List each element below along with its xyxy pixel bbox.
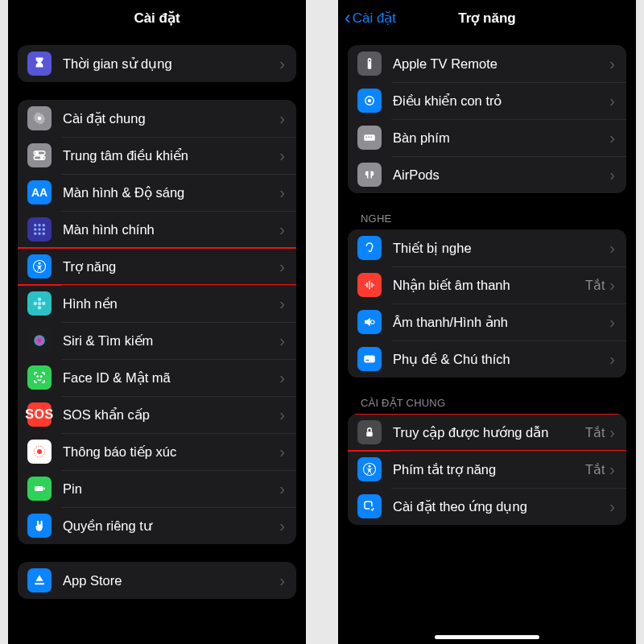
faceid-icon: [27, 365, 52, 390]
row-guided-access[interactable]: Truy cập được hướng dẫn Tắt ›: [348, 414, 626, 451]
row-sos[interactable]: SOS SOS khẩn cấp ›: [18, 396, 296, 433]
row-label: AirPods: [393, 167, 609, 183]
row-general[interactable]: Cài đặt chung ›: [18, 100, 296, 137]
section-appstore: App Store ›: [18, 562, 296, 599]
page-title: Trợ năng: [458, 10, 515, 27]
page-title: Cài đặt: [134, 10, 180, 27]
svg-point-18: [38, 306, 42, 310]
row-battery[interactable]: Pin ›: [18, 470, 296, 507]
chevron-right-icon: ›: [609, 93, 615, 109]
svg-rect-38: [364, 356, 375, 363]
row-display[interactable]: AA Màn hình & Độ sáng ›: [18, 174, 296, 211]
airpods-icon: [357, 163, 382, 187]
svg-rect-35: [369, 137, 370, 138]
svg-rect-34: [366, 137, 368, 138]
subtitle-icon: [357, 347, 382, 371]
row-keyboard[interactable]: Bàn phím ›: [348, 119, 626, 156]
chevron-right-icon: ›: [279, 147, 285, 163]
svg-point-23: [41, 376, 43, 378]
row-label: Apple TV Remote: [393, 56, 609, 72]
siri-icon: [27, 328, 52, 353]
chevron-right-icon: ›: [609, 56, 615, 72]
phone-settings: Cài đặt Thời gian sử dụng › Cài đặt chun…: [8, 0, 306, 644]
row-label: Hình nền: [63, 296, 279, 312]
section-general: Cài đặt chung › Trung tâm điều khiển › A…: [18, 100, 296, 544]
row-value: Tắt: [585, 462, 605, 477]
grid-icon: [27, 217, 52, 242]
row-pointer[interactable]: Điều khiển con trỏ ›: [348, 82, 626, 119]
svg-rect-7: [43, 224, 45, 226]
row-wallpaper[interactable]: Hình nền ›: [18, 285, 296, 322]
row-control-center[interactable]: Trung tâm điều khiển ›: [18, 137, 296, 174]
row-label: Màn hình & Độ sáng: [63, 185, 279, 200]
row-siri[interactable]: Siri & Tìm kiếm ›: [18, 322, 296, 359]
row-label: Truy cập được hướng dẫn: [393, 425, 585, 440]
row-appstore[interactable]: App Store ›: [18, 562, 296, 599]
svg-rect-10: [43, 229, 45, 231]
chevron-right-icon: ›: [609, 167, 615, 183]
row-label: SOS khẩn cấp: [63, 407, 279, 423]
row-exposure[interactable]: Thông báo tiếp xúc ›: [18, 433, 296, 470]
lock-icon: [357, 420, 382, 444]
row-accessibility[interactable]: Trợ năng ›: [18, 248, 296, 285]
row-subtitles[interactable]: Phụ đề & Chú thích ›: [348, 341, 626, 378]
settings-list[interactable]: Thời gian sử dụng › Cài đặt chung › Trun…: [8, 35, 306, 644]
row-label: Siri & Tìm kiếm: [63, 333, 279, 349]
row-label: Màn hình chính: [63, 222, 279, 237]
row-label: Âm thanh/Hình ảnh: [393, 315, 609, 330]
svg-rect-41: [366, 431, 373, 436]
row-label: Face ID & Mật mã: [63, 370, 279, 386]
home-indicator[interactable]: [435, 635, 539, 639]
row-audio-visual[interactable]: Âm thanh/Hình ảnh ›: [348, 303, 626, 341]
row-tv-remote[interactable]: Apple TV Remote ›: [348, 45, 626, 82]
row-value: Tắt: [585, 278, 605, 293]
chevron-right-icon: ›: [279, 518, 285, 534]
text-size-icon: AA: [27, 180, 52, 204]
chevron-right-icon: ›: [279, 481, 285, 497]
chevron-right-icon: ›: [609, 424, 615, 440]
chevron-right-icon: ›: [279, 295, 285, 312]
toggles-icon: [27, 143, 52, 167]
section-screentime: Thời gian sử dụng ›: [18, 45, 296, 82]
row-value: Tắt: [585, 425, 605, 440]
svg-rect-6: [39, 224, 41, 226]
chevron-right-icon: ›: [609, 277, 615, 293]
app-check-icon: [357, 494, 382, 518]
chevron-right-icon: ›: [609, 240, 615, 256]
back-button[interactable]: ‹ Cài đặt: [345, 9, 396, 27]
svg-point-37: [371, 320, 375, 324]
row-screentime[interactable]: Thời gian sử dụng ›: [18, 45, 296, 82]
row-label: Quyền riêng tư: [63, 518, 279, 534]
row-sound-recognition[interactable]: Nhận biết âm thanh Tắt ›: [348, 266, 626, 303]
row-label: Trung tâm điều khiển: [63, 148, 279, 163]
exposure-icon: [27, 440, 52, 464]
row-label: Phụ đề & Chú thích: [393, 352, 609, 367]
svg-rect-11: [34, 233, 36, 235]
accessibility-icon: [27, 254, 52, 279]
svg-rect-36: [371, 137, 373, 138]
svg-point-24: [37, 449, 42, 454]
svg-rect-28: [35, 583, 44, 584]
sos-icon: SOS: [27, 402, 52, 427]
row-privacy[interactable]: Quyền riêng tư ›: [18, 507, 296, 544]
svg-rect-12: [39, 233, 41, 235]
navbar-settings: Cài đặt: [8, 0, 306, 35]
chevron-right-icon: ›: [279, 444, 285, 460]
battery-icon: [27, 477, 52, 501]
row-label: App Store: [63, 573, 279, 588]
navbar-accessibility: ‹ Cài đặt Trợ năng: [338, 0, 636, 35]
row-home[interactable]: Màn hình chính ›: [18, 211, 296, 248]
appstore-icon: [27, 568, 52, 592]
row-airpods[interactable]: AirPods ›: [348, 156, 626, 193]
row-shortcut[interactable]: Phím tắt trợ năng Tắt ›: [348, 451, 626, 488]
remote-icon: [357, 52, 382, 76]
row-hearing-devices[interactable]: Thiết bị nghe ›: [348, 229, 626, 266]
svg-rect-26: [35, 486, 43, 491]
row-faceid[interactable]: Face ID & Mật mã ›: [18, 359, 296, 396]
chevron-right-icon: ›: [279, 572, 285, 588]
svg-point-22: [37, 376, 39, 378]
row-per-app[interactable]: Cài đặt theo ứng dụng ›: [348, 488, 626, 525]
section-general-access: Truy cập được hướng dẫn Tắt › Phím tắt t…: [348, 414, 626, 525]
pointer-icon: [357, 89, 382, 113]
accessibility-list[interactable]: Apple TV Remote › Điều khiển con trỏ › B…: [338, 35, 636, 644]
